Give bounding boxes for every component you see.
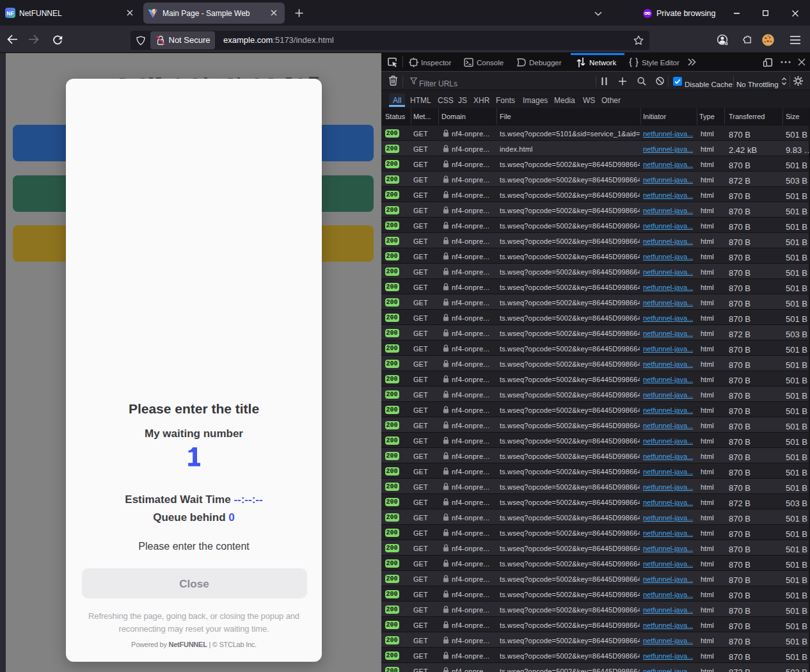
svg-text:NF: NF [6, 10, 13, 17]
